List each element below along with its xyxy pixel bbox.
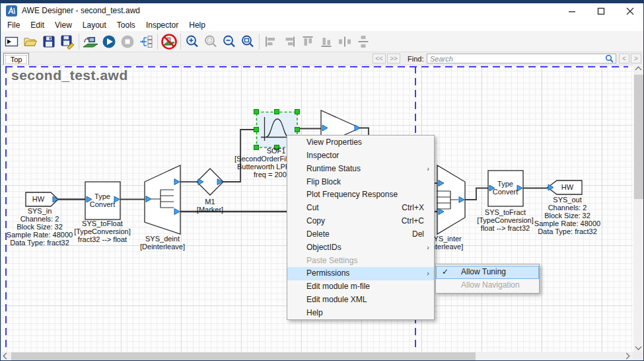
zoom-selection-icon [240,34,256,50]
block-label: Channels: 2 [20,215,59,223]
block-label: [TypeConversion] [477,216,534,224]
find-next-button[interactable]: > [631,54,641,63]
align-top-icon [300,34,316,50]
menu-edit[interactable]: Edit [25,20,50,30]
pin-gain-out [355,125,360,131]
find-prev-double-button[interactable]: << [373,54,386,63]
zoom-fit-button[interactable] [201,32,220,51]
menu-layout[interactable]: Layout [77,20,112,30]
block-inner-text: Convert [90,200,116,208]
no-hardware-icon [161,33,178,50]
menu-item-inspector[interactable]: Inspector [287,149,434,163]
block-label: [SecondOrderFilte [234,155,293,163]
menu-item-cut[interactable]: CutCtrl+X [287,202,434,215]
menu-item-flip-block[interactable]: Flip Block [287,176,434,189]
no-hardware-button[interactable] [160,32,178,51]
propagate-button[interactable] [137,32,155,51]
horizontal-scrollbar[interactable] [1,352,633,361]
scroll-up-icon[interactable] [635,67,642,73]
menu-file[interactable]: File [2,20,25,30]
menu-item-edit-module-xml[interactable]: Edit module XML [287,294,434,307]
menu-item-objectids[interactable]: ObjectIDs› [287,241,434,255]
block-label: Block Size: 32 [17,223,63,231]
connect-target-button[interactable] [81,32,100,51]
run-button[interactable] [100,32,118,51]
block-label: float --> fract32 [481,224,530,232]
app-logo-icon [6,5,17,17]
menu-item-permissions[interactable]: Permissions› [287,267,434,280]
scrollbar-corner [633,352,644,361]
close-button[interactable] [616,3,644,19]
run-icon [101,34,117,50]
vertical-scrollbar[interactable] [633,65,644,352]
block-label: Sample Rate: 48000 [7,231,73,239]
block-inner-text: Convert [493,188,519,196]
find-next-double-button[interactable]: >> [387,54,400,63]
submenu-item-allow-navigation[interactable]: Allow Navigation [436,279,539,292]
menu-item-help[interactable]: Help [287,307,434,320]
menu-item-paste-settings[interactable]: Paste Settings [287,255,434,268]
toolbar-separator [79,34,79,50]
block-label: Block Size: 32 [544,212,590,220]
menu-item-copy[interactable]: CopyCtrl+C [287,215,434,228]
align-left-button[interactable] [262,32,280,51]
submenu-item-allow-tuning[interactable]: ✓Allow Tuning [436,266,539,279]
menu-item-edit-module-m-file[interactable]: Edit module m-file [287,280,434,294]
menu-view[interactable]: View [50,20,77,30]
search-input[interactable] [427,54,616,63]
menu-item-view-properties[interactable]: View Properties [287,136,434,149]
distribute-vertical-icon [355,34,371,50]
shortcut-label: Del [412,228,424,241]
checkmark-icon: ✓ [442,266,448,279]
menu-inspector[interactable]: Inspector [141,20,184,30]
menu-item-delete[interactable]: DeleteDel [287,228,434,241]
shortcut-label: Ctrl+X [402,202,424,215]
align-bottom-button[interactable] [317,32,336,51]
tab-top[interactable]: Top [3,53,29,65]
toolbar-separator [157,34,158,50]
zoom-out-button[interactable] [220,32,238,51]
window-title: AWE Designer - second_test.awd [22,6,140,15]
open-button[interactable] [21,32,40,51]
block-label: SYS_out [553,196,581,204]
new-file-icon [4,34,20,50]
distribute-vertical-button[interactable] [354,32,373,51]
align-top-button[interactable] [299,32,317,51]
menu-tools[interactable]: Tools [112,20,141,30]
shortcut-label: Ctrl+C [402,215,424,228]
submenu-arrow-icon: › [427,163,429,176]
save-as-button[interactable] [58,32,77,51]
toolbar-separator [180,34,181,50]
block-label: M1 [205,198,215,206]
menu-bar: File Edit View Layout Tools Inspector He… [1,19,644,31]
stop-button[interactable] [118,32,137,51]
toolbar [1,31,644,52]
minimize-button[interactable] [557,3,587,19]
scroll-right-icon[interactable] [624,353,630,360]
zoom-fit-icon [203,34,219,50]
open-folder-icon [22,34,38,50]
find-prev-button[interactable]: < [619,54,629,63]
align-right-button[interactable] [280,32,299,51]
block-label: Data Type: fract32 [10,239,69,247]
zoom-in-button[interactable] [183,32,201,51]
distribute-horizontal-button[interactable] [336,32,354,51]
new-file-button[interactable] [3,32,21,51]
search-icon [605,54,614,63]
block-inner-text: Type [497,180,513,188]
scroll-down-icon[interactable] [635,344,642,350]
submenu-arrow-icon: › [427,241,429,255]
menu-item-runtime-status[interactable]: Runtime Status› [287,163,434,176]
save-button[interactable] [40,32,58,51]
menu-help[interactable]: Help [184,20,211,30]
menu-item-plot-frequency-response[interactable]: Plot Frequency Response [287,188,434,202]
wire-inter-toFract[interactable] [465,188,489,200]
align-bottom-icon [318,34,334,50]
block-label: SYS_toFloat [82,220,123,227]
scroll-left-icon[interactable] [3,353,10,360]
maximize-button[interactable] [587,3,616,19]
horizontal-scroll-thumb[interactable] [11,352,476,360]
vertical-scroll-thumb[interactable] [634,75,643,199]
zoom-selection-button[interactable] [238,32,257,51]
title-bar[interactable]: AWE Designer - second_test.awd [1,3,644,19]
